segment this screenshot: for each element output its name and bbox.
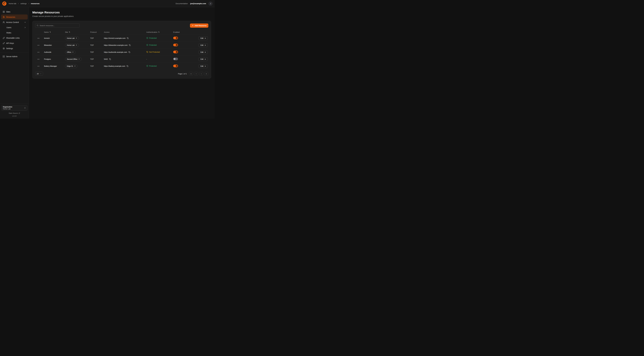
sites-icon bbox=[3, 11, 5, 13]
row-menu-button[interactable]: ⋯ bbox=[37, 58, 40, 60]
auth-label: - bbox=[146, 58, 147, 60]
row-menu-button[interactable]: ⋯ bbox=[37, 37, 40, 39]
app: home-lab settings resources Documentatio… bbox=[0, 0, 215, 119]
edit-button[interactable]: Edit bbox=[198, 50, 208, 54]
site-link-button[interactable]: Second Office bbox=[65, 57, 82, 61]
pagination-prev-button[interactable]: ‹ bbox=[194, 72, 198, 76]
arrow-up-right-icon bbox=[76, 44, 77, 46]
actions-cell: Edit bbox=[192, 57, 208, 61]
sidebar-divider bbox=[0, 52, 29, 52]
access-value: https://battery.example.com bbox=[104, 65, 125, 67]
access-cell: https://battery.example.com bbox=[104, 65, 146, 67]
sidebar-item-shareable-links[interactable]: Shareable Links bbox=[1, 36, 28, 40]
copy-button[interactable] bbox=[128, 51, 130, 53]
edit-button-label: Edit bbox=[200, 58, 204, 60]
enabled-toggle[interactable] bbox=[173, 64, 178, 67]
arrow-right-icon bbox=[204, 38, 206, 39]
resources-toolbar: Add Resource bbox=[35, 23, 208, 28]
sidebar-item-api-keys[interactable]: API Keys bbox=[1, 41, 28, 46]
column-header-name[interactable]: Name ⇅ bbox=[43, 31, 65, 33]
auth-badge: Protected bbox=[146, 65, 157, 67]
sidebar-item-label: Settings bbox=[6, 48, 13, 50]
row-menu-button[interactable]: ⋯ bbox=[37, 44, 40, 46]
edit-button[interactable]: Edit bbox=[198, 57, 208, 61]
table-row: ⋯ Authentik Office TCP https://authentik… bbox=[35, 48, 208, 56]
sidebar-item-settings[interactable]: Settings bbox=[1, 46, 28, 51]
sidebar-item-roles[interactable]: Roles bbox=[1, 30, 28, 35]
page-size-select[interactable]: 20 bbox=[35, 72, 43, 76]
pagination-last-button[interactable]: » bbox=[204, 72, 208, 76]
auth-badge: Protected bbox=[146, 44, 157, 46]
enabled-toggle[interactable] bbox=[173, 37, 178, 39]
avatar-initial: J bbox=[210, 3, 211, 4]
page-info: Page 1 of 1 bbox=[178, 73, 187, 75]
copy-icon bbox=[127, 37, 128, 39]
sidebar-item-server-admin[interactable]: Server Admin bbox=[1, 54, 28, 59]
enabled-toggle[interactable] bbox=[173, 50, 178, 53]
documentation-link[interactable]: Documentation bbox=[176, 2, 188, 4]
site-link-button[interactable]: Edge 01 bbox=[65, 64, 78, 68]
resource-name: Battery Manager bbox=[43, 65, 65, 67]
site-link-button[interactable]: Home Lab bbox=[65, 36, 79, 40]
auth-badge: Protected bbox=[146, 37, 157, 39]
open-source-link[interactable]: Open Source bbox=[9, 112, 20, 114]
enabled-cell bbox=[173, 50, 192, 54]
resource-name: Bitwarden bbox=[43, 44, 65, 46]
access-cell: https://bitwarden.example.com bbox=[104, 44, 146, 46]
avatar[interactable]: J bbox=[208, 2, 212, 6]
external-link-icon bbox=[18, 112, 20, 114]
copy-button[interactable] bbox=[109, 58, 111, 60]
copy-button[interactable] bbox=[127, 37, 128, 39]
site-label: Home Lab bbox=[67, 37, 75, 39]
topbar-left: home-lab settings resources bbox=[2, 1, 40, 6]
row-menu-button[interactable]: ⋯ bbox=[37, 65, 40, 67]
pagination-next-button[interactable]: › bbox=[199, 72, 203, 76]
breadcrumb-item-settings[interactable]: settings bbox=[20, 2, 27, 4]
arrow-right-icon bbox=[204, 65, 206, 67]
shield-check-icon bbox=[146, 37, 148, 39]
sidebar-item-label: Server Admin bbox=[6, 56, 18, 58]
breadcrumb-item-home-lab[interactable]: home-lab bbox=[9, 2, 16, 4]
sort-icon: ⇅ bbox=[50, 31, 51, 33]
pagination-first-button[interactable]: « bbox=[189, 72, 193, 76]
sort-icon: ⇅ bbox=[69, 31, 70, 33]
enabled-toggle[interactable] bbox=[173, 58, 178, 60]
user-email[interactable]: joe@example.com bbox=[190, 2, 206, 4]
site-label: Second Office bbox=[67, 58, 77, 60]
edit-button[interactable]: Edit bbox=[198, 36, 208, 40]
add-resource-button[interactable]: Add Resource bbox=[190, 24, 208, 28]
site-link-button[interactable]: Home Lab bbox=[65, 43, 79, 47]
enabled-cell bbox=[173, 44, 192, 47]
auth-label: Protected bbox=[149, 44, 157, 46]
copy-button[interactable] bbox=[126, 65, 128, 67]
protocol-value: TCP bbox=[90, 58, 104, 60]
sidebar-item-access-control[interactable]: Access Control bbox=[1, 20, 28, 25]
row-menu-cell: ⋯ bbox=[35, 65, 43, 67]
sidebar-item-sites[interactable]: Sites bbox=[1, 9, 28, 14]
row-menu-button[interactable]: ⋯ bbox=[37, 51, 40, 53]
edit-button[interactable]: Edit bbox=[198, 43, 208, 47]
column-header-authentication[interactable]: Authentication ⇅ bbox=[146, 31, 173, 33]
column-header-protocol: Protocol bbox=[90, 31, 104, 33]
sidebar-item-label: Users bbox=[6, 26, 12, 28]
site-cell: Home Lab bbox=[65, 36, 90, 40]
sidebar-item-users[interactable]: Users bbox=[1, 25, 28, 30]
search-input[interactable] bbox=[40, 24, 78, 26]
site-link-button[interactable]: Office bbox=[65, 50, 76, 54]
copy-icon bbox=[129, 44, 131, 46]
edit-button[interactable]: Edit bbox=[198, 64, 208, 68]
search-icon bbox=[37, 24, 38, 26]
gear-icon bbox=[3, 48, 5, 50]
copy-button[interactable] bbox=[129, 44, 131, 46]
protocol-value: TCP bbox=[90, 65, 104, 67]
enabled-toggle[interactable] bbox=[173, 44, 178, 46]
arrow-up-right-icon bbox=[74, 65, 76, 67]
sidebar-item-resources[interactable]: Resources bbox=[1, 14, 28, 20]
organization-selector[interactable]: Organization Home Lab bbox=[1, 105, 28, 111]
edit-button-label: Edit bbox=[200, 44, 204, 46]
site-cell: Home Lab bbox=[65, 43, 90, 47]
column-header-site[interactable]: Site ⇅ bbox=[65, 31, 90, 33]
actions-cell: Edit bbox=[192, 36, 208, 40]
app-logo-icon[interactable] bbox=[2, 1, 6, 6]
edit-button-label: Edit bbox=[200, 37, 204, 39]
